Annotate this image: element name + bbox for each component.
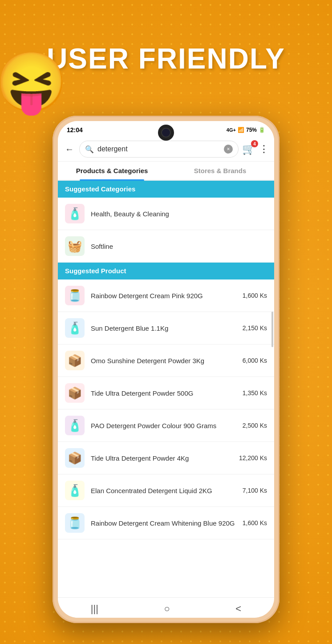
product-label-p7: Elan Concentrated Detergent Liquid 2KG	[91, 487, 236, 494]
product-label-p4: Tide Ultra Detergent Powder 500G	[91, 389, 236, 397]
product-icon-p4: 📦	[65, 383, 85, 403]
search-input-wrap: 🔍 detergent ×	[79, 141, 239, 158]
nav-back-icon[interactable]: |||	[91, 603, 98, 615]
product-label-p2: Sun Detergent Blue 1.1Kg	[91, 324, 236, 332]
product-label-p1: Rainbow Detergent Cream Pink 920G	[91, 292, 236, 300]
nav-home-icon[interactable]: ○	[164, 603, 170, 615]
suggested-products-header: Suggested Product	[58, 263, 274, 279]
phone-inner: 12:04 4G+ 📶 75% 🔋 ← 🔍 detergent × 🛒 4 ⋮	[58, 121, 274, 618]
product-price-p6: 12,200 Ks	[239, 454, 267, 462]
product-label-p6: Tide Ultra Detergent Powder 4Kg	[91, 454, 233, 462]
product-price-p7: 7,100 Ks	[243, 487, 267, 494]
status-time: 12:04	[67, 126, 83, 134]
product-icon-p2: 🧴	[65, 318, 85, 338]
battery-icon: 🔋	[259, 127, 265, 133]
battery-level: 75%	[246, 127, 257, 133]
product-item-p8[interactable]: 🫙 Rainbow Detergent Cream Whitening Blue…	[58, 507, 274, 539]
status-right: 4G+ 📶 75% 🔋	[227, 127, 265, 133]
product-item-p5[interactable]: 🧴 PAO Detergent Powder Colour 900 Grams …	[58, 409, 274, 442]
product-item-p1[interactable]: 🫙 Rainbow Detergent Cream Pink 920G 1,60…	[58, 279, 274, 312]
category-item-softline[interactable]: 🧺 Softline	[58, 230, 274, 263]
product-icon-p8: 🫙	[65, 513, 85, 533]
product-item-p7[interactable]: 🧴 Elan Concentrated Detergent Liquid 2KG…	[58, 474, 274, 507]
bottom-nav: ||| ○ <	[58, 597, 274, 618]
category-icon-hbc: 🧴	[65, 204, 85, 223]
content-area: Suggested Categories 🧴 Health, Beauty & …	[58, 181, 274, 597]
suggested-products-title: Suggested Product	[65, 267, 126, 275]
product-price-p5: 2,500 Ks	[243, 422, 267, 429]
signal-bars: 📶	[238, 127, 244, 133]
cart-badge: 4	[251, 140, 258, 147]
back-button[interactable]: ←	[63, 142, 76, 156]
tabs: Products & Categories Stores & Brands	[58, 162, 274, 181]
search-icon: 🔍	[85, 145, 94, 154]
product-price-p4: 1,350 Ks	[243, 389, 267, 397]
more-menu-button[interactable]: ⋮	[259, 143, 269, 155]
product-icon-p7: 🧴	[65, 481, 85, 500]
search-bar: ← 🔍 detergent × 🛒 4 ⋮	[58, 137, 274, 162]
emoji-decoration: 😝	[0, 53, 67, 125]
product-icon-p6: 📦	[65, 448, 85, 468]
category-icon-softline: 🧺	[65, 236, 85, 256]
clear-button[interactable]: ×	[224, 145, 233, 154]
product-price-p8: 1,600 Ks	[243, 519, 267, 527]
product-price-p1: 1,600 Ks	[243, 292, 267, 299]
product-label-p3: Omo Sunshine Detergent Powder 3Kg	[91, 357, 236, 365]
suggested-categories-header: Suggested Categories	[58, 181, 274, 198]
category-label-hbc: Health, Beauty & Cleaning	[91, 210, 267, 218]
product-label-p8: Rainbow Detergent Cream Whitening Blue 9…	[91, 519, 236, 527]
suggested-categories-title: Suggested Categories	[65, 185, 135, 193]
product-item-p3[interactable]: 📦 Omo Sunshine Detergent Powder 3Kg 6,00…	[58, 344, 274, 377]
product-icon-p5: 🧴	[65, 416, 85, 435]
tab-stores-brands[interactable]: Stores & Brands	[166, 162, 274, 180]
product-icon-p1: 🫙	[65, 286, 85, 305]
tab-products-categories[interactable]: Products & Categories	[58, 162, 166, 180]
search-input[interactable]: detergent	[97, 145, 220, 153]
product-icon-p3: 📦	[65, 351, 85, 370]
phone-frame: 12:04 4G+ 📶 75% 🔋 ← 🔍 detergent × 🛒 4 ⋮	[53, 116, 279, 623]
cart-button[interactable]: 🛒 4	[242, 143, 255, 155]
category-item-hbc[interactable]: 🧴 Health, Beauty & Cleaning	[58, 198, 274, 230]
scroll-indicator	[271, 312, 273, 347]
camera-lens	[161, 128, 171, 138]
product-price-p3: 6,000 Ks	[243, 357, 267, 364]
product-item-p6[interactable]: 📦 Tide Ultra Detergent Powder 4Kg 12,200…	[58, 442, 274, 474]
nav-return-icon[interactable]: <	[235, 603, 241, 615]
category-label-softline: Softline	[91, 243, 267, 250]
product-item-p4[interactable]: 📦 Tide Ultra Detergent Powder 500G 1,350…	[58, 377, 274, 409]
signal-indicator: 4G+	[227, 127, 236, 133]
camera-notch	[158, 125, 174, 141]
product-price-p2: 2,150 Ks	[243, 324, 267, 332]
product-label-p5: PAO Detergent Powder Colour 900 Grams	[91, 422, 236, 429]
product-item-p2[interactable]: 🧴 Sun Detergent Blue 1.1Kg 2,150 Ks	[58, 312, 274, 344]
